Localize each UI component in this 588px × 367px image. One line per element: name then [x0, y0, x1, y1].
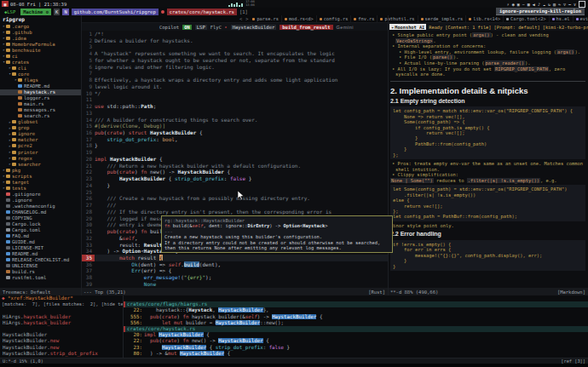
tray-icon[interactable]: ⚡ — [507, 2, 510, 7]
code-line-11[interactable]: 11 — [81, 96, 388, 103]
reference-symbol[interactable]: HiArgs.haystack_builder — [0, 314, 123, 320]
code-line-6[interactable]: 6ignore rules and other filtering logic. — [81, 64, 388, 71]
tree-item-release-checklist-md[interactable]: RELEASE-CHECKLIST.md — [0, 257, 81, 263]
code-line-12[interactable]: 12use std::path::Path; — [81, 103, 388, 110]
tray-icon[interactable]: ↻ — [548, 2, 551, 7]
tab-mod-rs-d-[interactable]: mod.rs<d> — [282, 15, 317, 23]
assistant-model[interactable]: [kimi-k2-turbo-prev — [543, 25, 588, 30]
tab-evil-hack-el[interactable]: evil-hack.el — [574, 15, 588, 23]
assistant-content[interactable]: • Single public entry point (args()) - c… — [388, 31, 588, 288]
tab-hs-el[interactable]: hs.el — [550, 15, 574, 23]
code-line-13[interactable]: 13 — [81, 110, 388, 117]
tab-fnv-rs[interactable]: fnv.rs — [351, 15, 378, 23]
code-line-5[interactable]: 5for whether a haystack ought to be sear… — [81, 57, 388, 64]
tree-item--github[interactable]: ▸.github — [0, 29, 81, 35]
tray-icon[interactable]: ▤ — [553, 2, 556, 7]
tree-item-ci[interactable]: ▸ci — [0, 53, 81, 59]
tray-icon[interactable]: ◉ — [512, 2, 515, 7]
tree-item-target[interactable]: ▸target — [0, 179, 81, 185]
tab-cargo-toml-2-[interactable]: Cargo.toml<2> — [504, 15, 549, 23]
tree-item-printer[interactable]: ▸printer — [0, 149, 81, 155]
tree-item-crates[interactable]: ▾crates — [0, 59, 81, 65]
tree-item-rustfmt-toml[interactable]: rustfmt.toml — [0, 275, 81, 281]
tree-item-searcher[interactable]: ▸searcher — [0, 161, 81, 167]
result-line[interactable]: 80: ) -> &mut HaystackBuilder { — [124, 351, 588, 357]
code-line-39[interactable]: 39 None — [81, 281, 388, 288]
code-line-36[interactable]: 36 Ok(dent) => self.build(dent), — [81, 261, 388, 268]
tab-parse-rs[interactable]: parse.rs — [250, 15, 282, 23]
tree-item-haystack-rs[interactable]: haystack.rs — [0, 89, 81, 95]
code-line-28[interactable]: 28 /// If the directory entry isn't pres… — [81, 209, 388, 215]
tree-item-pkg[interactable]: ▸pkg — [0, 167, 81, 173]
code-line-24[interactable]: 24 } — [81, 182, 388, 189]
result-line[interactable]: 23: HaystackBuilder { strip_dot_prefix: … — [124, 345, 588, 351]
tray-icon[interactable]: ▦ — [527, 2, 530, 7]
code-line-18[interactable]: 18} — [81, 142, 388, 149]
tree-item-benchsuite[interactable]: ▸benchsuite — [0, 47, 81, 53]
tree-item-changelog-md[interactable]: CHANGELOG.md — [0, 209, 81, 215]
copilot-on-badge[interactable]: ON — [182, 25, 192, 30]
tree-item--watchmanconfig[interactable]: .watchmanconfig — [0, 203, 81, 209]
repo-badge[interactable]: github.com/BurntSushi/ripgrep — [72, 9, 159, 15]
code-line-23[interactable]: 23 HaystackBuilder { strip_dot_prefix: f… — [81, 175, 388, 182]
code-line-20[interactable]: 20impl HaystackBuilder { — [81, 156, 388, 163]
result-line[interactable]: 22: haystack::{Haystack, HaystackBuilder… — [124, 307, 588, 313]
code-line-3[interactable]: 3 — [81, 43, 388, 50]
tree-item-cli[interactable]: ▸cli — [0, 65, 81, 71]
reference-symbol[interactable]: HaystackBuilder.new — [0, 345, 123, 351]
tree-item-cargo-toml[interactable]: Cargo.toml — [0, 227, 81, 233]
code-line-15[interactable]: 15#[derive(Clone, Debug)] — [81, 123, 388, 129]
code-line-38[interactable]: 38 err_message!("{err}"); — [81, 274, 388, 281]
breadcrumb-type[interactable]: HaystackBuilder — [231, 25, 277, 30]
tabs-scroll-right[interactable]: > — [244, 16, 250, 21]
tray-icon[interactable]: ≈ — [558, 2, 561, 7]
reference-symbol[interactable]: HaystackBuilder.strip_dot_prefix — [0, 351, 123, 357]
tabs-scroll-left[interactable]: < — [238, 16, 244, 21]
result-file-header[interactable]: crates/core/flags/hiargs.rs — [124, 301, 588, 307]
tab-lib-rs-14-[interactable]: lib.rs<14> — [466, 15, 504, 23]
tree-item-ignore[interactable]: ▸ignore — [0, 131, 81, 137]
reference-symbol[interactable]: HaystackBuilder — [0, 332, 123, 338]
code-line-27[interactable]: 27 /// — [81, 202, 388, 209]
tree-item-faq-md[interactable]: FAQ.md — [0, 233, 81, 239]
tree-item-unlicense[interactable]: UNLICENSE — [0, 263, 81, 269]
result-line[interactable]: 556: let mut builder = HaystackBuilder::… — [124, 320, 588, 326]
code-line-16[interactable]: 16pub(crate) struct HaystackBuilder { — [81, 129, 388, 136]
result-file-header[interactable]: crates/core/haystack.rs — [124, 326, 588, 332]
code-line-17[interactable]: 17 strip_dot_prefix: bool, — [81, 136, 388, 143]
assistant-prompt[interactable]: [Prompt: default] — [493, 25, 539, 30]
tree-item--ignore[interactable]: .ignore — [0, 197, 81, 203]
code-line-37[interactable]: 37 Err(err) => { — [81, 267, 388, 274]
tree-item-readme-md[interactable]: README.md — [0, 83, 81, 89]
tree-item-grep[interactable]: ▸grep — [0, 125, 81, 131]
tree-item-copying[interactable]: COPYING — [0, 215, 81, 221]
tree-item-messages-rs[interactable]: messages.rs — [0, 107, 81, 113]
tray-icon[interactable]: − — [522, 2, 525, 7]
tree-item-core[interactable]: ▾core — [0, 71, 81, 77]
code-line-1[interactable]: 1/*! — [81, 31, 388, 37]
tree-item--idea[interactable]: ▸.idea — [0, 35, 81, 41]
tree-item-main-rs[interactable]: main.rs — [0, 101, 81, 107]
code-line-25[interactable]: 25 — [81, 189, 388, 196]
tree-item-regex[interactable]: ▸regex — [0, 155, 81, 161]
provider-badge[interactable]: ✦ Moonshot AI — [389, 24, 426, 30]
window-divider[interactable] — [81, 15, 82, 295]
tab-serde-impls-rs[interactable]: serde_impls.rs — [418, 15, 467, 23]
code-line-21[interactable]: 21 /// Return a new haystack builder wit… — [81, 163, 388, 169]
reference-symbol[interactable] — [0, 326, 123, 332]
tree-item-logger-rs[interactable]: logger.rs — [0, 95, 81, 101]
tray-icon[interactable]: ♪ — [538, 2, 540, 7]
tree-item-tests[interactable]: ▸tests — [0, 185, 81, 191]
code-line-7[interactable]: 7 — [81, 70, 388, 77]
code-line-26[interactable]: 26 /// Create a new haystack from a poss… — [81, 195, 388, 202]
window-button[interactable] — [579, 1, 585, 8]
tree-item-build-rs[interactable]: build.rs — [0, 269, 81, 275]
reference-symbol[interactable]: HiArgs.haystack_builder — [0, 320, 123, 326]
tree-item-matcher[interactable]: ▸matcher — [0, 137, 81, 143]
tray-icon[interactable]: ▣ — [517, 2, 520, 7]
code-line-35[interactable]: 35 match result { — [81, 255, 388, 261]
tree-item-cargo-lock[interactable]: Cargo.lock — [0, 221, 81, 227]
tree-item--cargo[interactable]: ▸.cargo — [0, 23, 81, 29]
tree-item-search-rs[interactable]: search.rs — [0, 113, 81, 119]
tree-item-homebrewformula[interactable]: ▸HomebrewFormula — [0, 41, 81, 47]
